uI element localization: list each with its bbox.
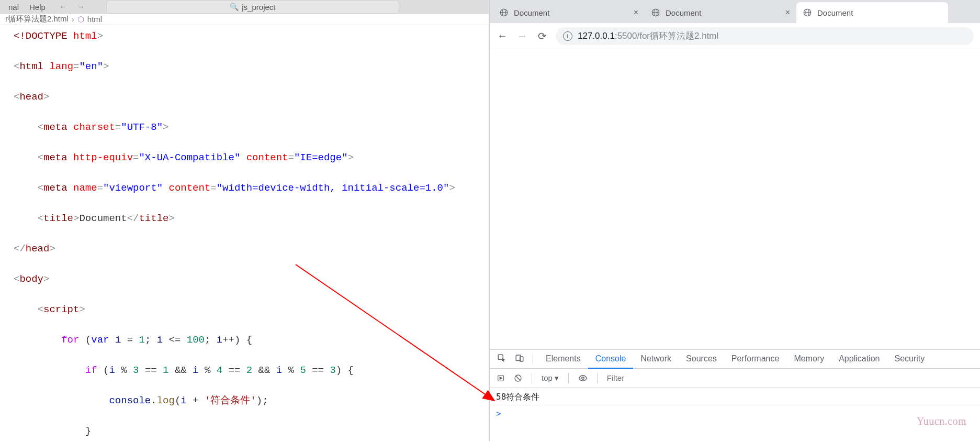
- devtools-tab-performance[interactable]: Performance: [724, 350, 787, 369]
- browser-reload-button[interactable]: ⟳: [536, 30, 548, 42]
- console-filter-input[interactable]: [604, 372, 976, 384]
- devtools-tab-console[interactable]: Console: [588, 350, 634, 369]
- chrome-browser-pane: Document×Document×Document ← → ⟳ i 127.0…: [489, 0, 980, 441]
- code-line[interactable]: <html lang="en">: [14, 59, 489, 74]
- inspect-icon[interactable]: [494, 351, 510, 367]
- code-line[interactable]: <title>Document</title>: [14, 211, 489, 226]
- devtools-tab-security[interactable]: Security: [887, 350, 932, 369]
- svg-point-15: [582, 377, 584, 379]
- breadcrumb-symbol: html: [87, 15, 102, 24]
- browser-tab[interactable]: Document×: [493, 2, 645, 23]
- code-line[interactable]: <meta http-equiv="X-UA-Compatible" conte…: [14, 150, 489, 166]
- console-output: 58符合条件 >: [490, 388, 980, 441]
- devtools-tabbar: ElementsConsoleNetworkSourcesPerformance…: [490, 350, 980, 369]
- browser-viewport: [490, 49, 980, 349]
- svg-line-14: [516, 376, 520, 380]
- globe-icon: [803, 8, 812, 17]
- editor-titlebar: nal Help ← → 🔍 js_project: [0, 0, 489, 14]
- tab-close-icon[interactable]: ×: [785, 8, 790, 17]
- code-line[interactable]: <meta charset="UTF-8">: [14, 120, 489, 135]
- code-line[interactable]: <!DOCTYPE html>: [14, 29, 489, 44]
- watermark-text: Yuucn.com: [917, 415, 966, 427]
- code-line[interactable]: if (i % 3 == 1 && i % 4 == 2 && i % 5 ==…: [14, 363, 489, 378]
- code-line[interactable]: <script>: [14, 302, 489, 317]
- devtools-tab-elements[interactable]: Elements: [538, 350, 588, 369]
- globe-icon: [651, 8, 660, 17]
- code-line[interactable]: <meta name="viewport" content="width=dev…: [14, 181, 489, 196]
- devtools-tab-sources[interactable]: Sources: [679, 350, 724, 369]
- browser-forward-button[interactable]: →: [516, 30, 528, 42]
- code-line[interactable]: }: [14, 424, 489, 439]
- device-toggle-icon[interactable]: [512, 351, 527, 367]
- console-prompt[interactable]: >: [490, 405, 980, 422]
- code-line[interactable]: </head>: [14, 241, 489, 257]
- nav-forward-icon[interactable]: →: [73, 2, 88, 12]
- console-clear-icon[interactable]: [511, 372, 525, 384]
- code-line[interactable]: for (var i = 1; i <= 100; i++) {: [14, 333, 489, 348]
- chrome-tabstrip: Document×Document×Document: [490, 0, 980, 23]
- console-context-selector[interactable]: top ▾: [538, 371, 562, 385]
- code-line[interactable]: <head>: [14, 90, 489, 105]
- browser-tab-label: Document: [514, 8, 628, 17]
- nav-back-icon[interactable]: ←: [56, 2, 71, 12]
- devtools-tab-network[interactable]: Network: [633, 350, 679, 369]
- devtools-tab-memory[interactable]: Memory: [786, 350, 831, 369]
- search-icon: 🔍: [230, 3, 239, 11]
- console-toolbar: top ▾: [490, 369, 980, 388]
- menu-terminal[interactable]: nal: [3, 3, 24, 12]
- tab-close-icon[interactable]: ×: [634, 8, 638, 17]
- command-center-search[interactable]: 🔍 js_project: [106, 0, 399, 14]
- code-editor[interactable]: <!DOCTYPE html> <html lang="en"> <head> …: [0, 25, 489, 441]
- browser-tab[interactable]: Document: [796, 2, 948, 23]
- address-text: 127.0.0.1:5500/for循环算法题2.html: [578, 30, 718, 42]
- symbol-icon: ⬡: [77, 15, 84, 24]
- vscode-editor-pane: nal Help ← → 🔍 js_project <>案例二_判断是否可以申请…: [0, 0, 489, 441]
- browser-tab-label: Document: [666, 8, 780, 17]
- browser-tab[interactable]: Document×: [645, 2, 796, 23]
- globe-icon: [499, 8, 509, 17]
- browser-back-button[interactable]: ←: [496, 30, 509, 42]
- console-log-entry[interactable]: 58符合条件: [490, 390, 980, 405]
- search-placeholder-text: js_project: [242, 3, 275, 12]
- menu-help[interactable]: Help: [24, 3, 51, 12]
- site-info-icon[interactable]: i: [563, 31, 572, 41]
- chrome-toolbar: ← → ⟳ i 127.0.0.1:5500/for循环算法题2.html: [490, 23, 980, 49]
- devtools-panel: ElementsConsoleNetworkSourcesPerformance…: [490, 349, 980, 441]
- chevron-down-icon: ▾: [555, 373, 559, 383]
- console-play-icon[interactable]: [494, 372, 508, 384]
- console-eye-icon[interactable]: [575, 371, 591, 385]
- breadcrumb[interactable]: r循环算法题2.html › ⬡ html: [0, 14, 489, 25]
- chevron-right-icon: ›: [72, 15, 74, 24]
- devtools-tab-application[interactable]: Application: [831, 350, 887, 369]
- browser-tab-label: Document: [817, 8, 942, 17]
- code-line[interactable]: console.log(i + '符合条件');: [14, 393, 489, 409]
- breadcrumb-file: r循环算法题2.html: [5, 14, 69, 24]
- code-line[interactable]: <body>: [14, 272, 489, 287]
- address-bar[interactable]: i 127.0.0.1:5500/for循环算法题2.html: [556, 27, 974, 45]
